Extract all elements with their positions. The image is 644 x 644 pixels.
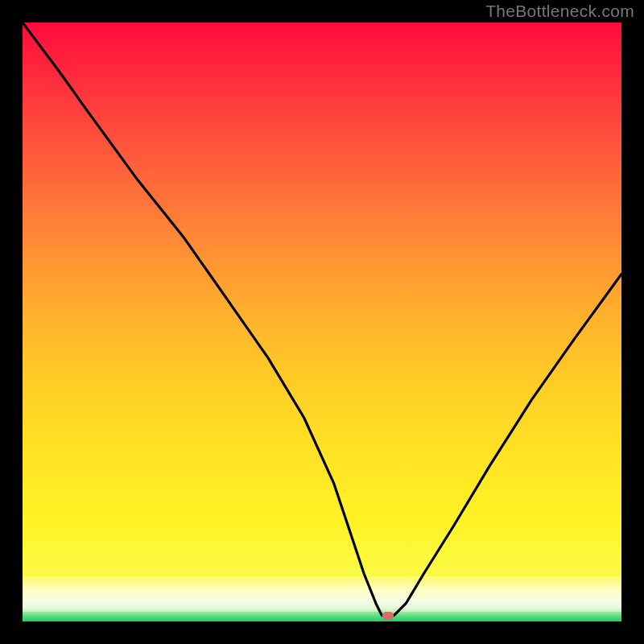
- plot-area: [23, 23, 621, 621]
- bottleneck-curve: [23, 23, 621, 621]
- chart-frame: TheBottleneck.com: [0, 0, 644, 644]
- watermark-text: TheBottleneck.com: [485, 2, 634, 21]
- optimal-point-marker: [382, 612, 394, 620]
